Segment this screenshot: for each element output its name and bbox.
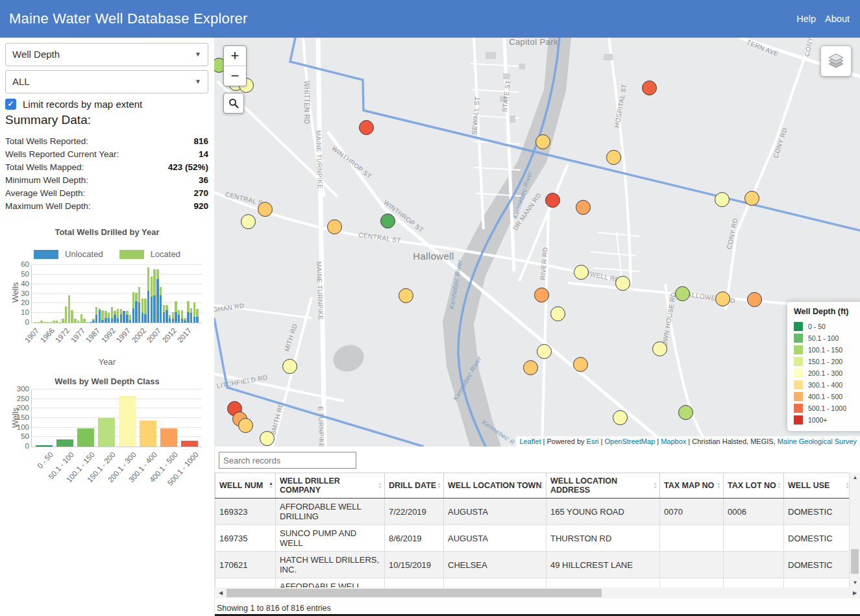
well-marker[interactable] xyxy=(523,360,538,375)
well-marker[interactable] xyxy=(606,150,621,165)
search-input[interactable] xyxy=(219,452,356,469)
table-row[interactable]: 170709AFFORDABLE WELL DRILLING8/30/2019A… xyxy=(215,578,850,588)
bar-located xyxy=(181,310,183,319)
well-marker[interactable] xyxy=(535,134,550,149)
vertical-scroll-thumb[interactable] xyxy=(851,549,859,574)
well-marker[interactable] xyxy=(573,357,588,372)
well-marker[interactable] xyxy=(282,359,297,374)
well-marker[interactable] xyxy=(537,344,552,359)
bar-located xyxy=(184,318,186,321)
attribution-link[interactable]: Maine Geological Survey xyxy=(778,437,857,445)
about-link[interactable]: About xyxy=(825,14,850,24)
well-marker[interactable] xyxy=(715,291,730,306)
chart1-xlabel: Year xyxy=(0,357,214,367)
column-header-label: WELL USE xyxy=(788,481,829,490)
attribution-text: | xyxy=(599,437,605,445)
table-row[interactable]: 169735SUNCO PUMP AND WELL8/6/2019AUGUSTA… xyxy=(215,525,850,552)
well-marker[interactable] xyxy=(258,202,273,217)
attribution-link[interactable]: Esri xyxy=(587,437,599,445)
table-cell: 0006 xyxy=(724,499,784,525)
filter-select[interactable]: ALL ▼ xyxy=(5,70,208,93)
gridline xyxy=(32,264,202,265)
column-header[interactable]: TAX MAP NO▲▼ xyxy=(660,473,724,499)
well-marker[interactable] xyxy=(260,431,275,446)
well-marker[interactable] xyxy=(652,341,667,356)
limit-extent-checkbox[interactable]: ✓ xyxy=(5,99,16,110)
sort-desc-icon: ▼ xyxy=(378,486,382,489)
table-cell: DOMESTIC xyxy=(784,552,850,578)
horizontal-scrollbar[interactable]: ◀ ▶ xyxy=(215,587,860,598)
horizontal-scroll-thumb[interactable] xyxy=(227,589,602,597)
zoom-in-button[interactable]: + xyxy=(224,46,246,66)
attribution-link[interactable]: OpenStreetMap xyxy=(605,437,656,445)
scroll-up-icon[interactable]: ▲ xyxy=(850,474,860,480)
records-panel: WELL NUM▲▼WELL DRILLER COMPANY▲▼DRILL DA… xyxy=(214,447,860,616)
bar-unlocated xyxy=(95,315,97,323)
well-marker[interactable] xyxy=(399,288,413,303)
chart1-title: Total Wells Drilled by Year xyxy=(0,227,214,237)
well-marker[interactable] xyxy=(678,405,693,420)
header-row: WELL NUM▲▼WELL DRILLER COMPANY▲▼DRILL DA… xyxy=(215,473,850,499)
legend-swatch xyxy=(794,404,803,413)
metric-select[interactable]: Well Depth ▼ xyxy=(5,43,208,66)
well-marker[interactable] xyxy=(359,120,374,135)
well-marker[interactable] xyxy=(238,418,253,433)
well-marker[interactable] xyxy=(642,80,657,95)
gridline xyxy=(32,293,202,294)
well-marker[interactable] xyxy=(550,306,565,321)
well-marker[interactable] xyxy=(675,286,690,301)
help-link[interactable]: Help xyxy=(796,14,816,24)
bar-unlocated xyxy=(166,310,167,323)
vertical-scrollbar[interactable]: ▲ ▼ xyxy=(849,473,860,587)
column-header[interactable]: TAX LOT NO▲▼ xyxy=(724,473,784,499)
well-marker[interactable] xyxy=(574,265,589,280)
map-search-button[interactable] xyxy=(223,93,244,114)
scroll-right-icon[interactable]: ▶ xyxy=(850,590,859,596)
column-header[interactable]: WELL USE▲▼ xyxy=(784,473,850,499)
well-marker[interactable] xyxy=(613,410,628,425)
scroll-left-icon[interactable]: ◀ xyxy=(216,590,225,596)
bar-located xyxy=(129,315,131,319)
well-marker[interactable] xyxy=(327,219,342,234)
scroll-down-icon[interactable]: ▼ xyxy=(850,580,860,585)
layers-control[interactable] xyxy=(820,45,852,77)
well-marker[interactable] xyxy=(576,200,591,215)
table-row[interactable]: 170621HATCH WELL DRILLERS, INC.10/15/201… xyxy=(215,552,850,578)
bar-unlocated xyxy=(144,314,146,323)
table-wrapper: WELL NUM▲▼WELL DRILLER COMPANY▲▼DRILL DA… xyxy=(215,473,850,587)
bar-unlocated xyxy=(151,297,153,323)
attribution-link[interactable]: Mapbox xyxy=(661,437,686,445)
column-header[interactable]: DRILL DATE▲▼ xyxy=(385,473,444,499)
table-row[interactable]: 169323AFFORDABLE WELL DRILLING7/22/2019A… xyxy=(215,499,850,525)
well-marker[interactable] xyxy=(380,214,395,228)
bar-located xyxy=(166,305,167,310)
legend-label: 200.1 - 300 xyxy=(808,369,842,377)
well-marker[interactable] xyxy=(744,191,759,206)
gridline xyxy=(32,417,202,418)
map-canvas[interactable]: Capitol ParkTERN AVECONYSEWALL STSTATE S… xyxy=(214,38,860,447)
bar-located xyxy=(111,307,113,317)
well-marker[interactable] xyxy=(715,192,730,207)
stat-value: 423 (52%) xyxy=(168,161,208,174)
legend-swatch xyxy=(794,415,803,425)
well-marker[interactable] xyxy=(534,288,549,302)
well-marker[interactable] xyxy=(241,214,256,229)
legend-label: 500.1 - 1000 xyxy=(808,404,846,412)
bar-located xyxy=(101,310,103,320)
bar-located xyxy=(62,319,64,323)
bar-unlocated xyxy=(163,312,165,323)
attribution-link[interactable]: Leaflet xyxy=(519,437,541,445)
column-header[interactable]: WELL DRILLER COMPANY▲▼ xyxy=(276,473,385,499)
well-marker[interactable] xyxy=(615,276,630,291)
column-header[interactable]: WELL NUM▲▼ xyxy=(215,473,276,499)
bar-located xyxy=(50,322,52,323)
sort-desc-icon: ▼ xyxy=(653,486,657,489)
well-marker[interactable] xyxy=(545,193,560,208)
attribution-text: | xyxy=(655,437,661,445)
well-marker[interactable] xyxy=(747,292,762,307)
zoom-out-button[interactable]: − xyxy=(224,66,246,86)
map-legend: Well Depth (ft) 0 - 5050.1 - 100100.1 - … xyxy=(787,302,860,431)
header-bar: Maine Water Well Database Explorer Help … xyxy=(0,0,860,38)
column-header[interactable]: WELL LOCATION TOWN▲▼ xyxy=(444,473,547,499)
column-header[interactable]: WELL LOCATION ADDRESS▲▼ xyxy=(547,473,660,499)
